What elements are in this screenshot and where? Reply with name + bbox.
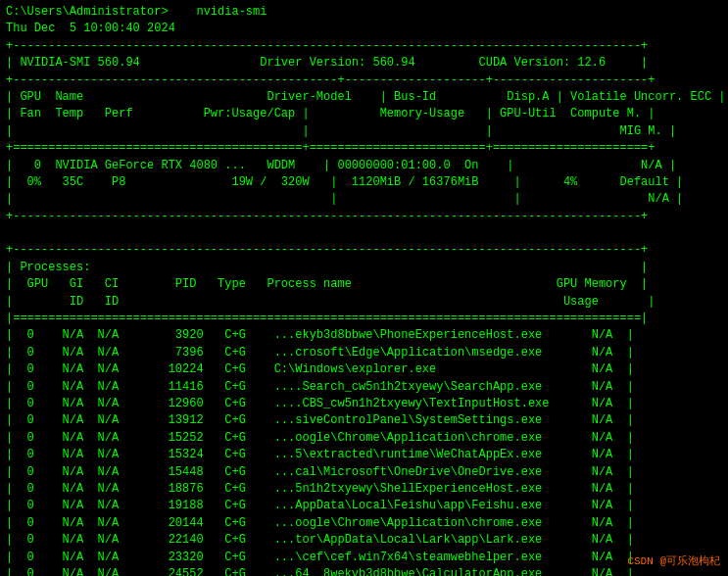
- processes-header: | Processes: |: [6, 260, 722, 276]
- col-header3: | | | MIG M. |: [6, 123, 722, 140]
- process-row: | 0 N/A N/A 24552 C+G ...64__8wekyb3d8bb…: [6, 566, 722, 576]
- prompt-line: C:\Users\Administrator> nvidia-smi: [6, 4, 722, 21]
- sep2: +---------------------------------------…: [6, 72, 722, 89]
- sep1: +---------------------------------------…: [6, 38, 722, 55]
- process-row: | 0 N/A N/A 3920 C+G ...ekyb3d8bbwe\Phon…: [6, 327, 722, 344]
- process-row: | 0 N/A N/A 15448 C+G ...cal\Microsoft\O…: [6, 464, 722, 481]
- watermark: CSDN @可乐泡枸杞: [627, 553, 720, 568]
- process-row: | 0 N/A N/A 10224 C+G C:\Windows\explore…: [6, 361, 722, 378]
- smi-version: | NVIDIA-SMI 560.94 Driver Version: 560.…: [6, 55, 722, 72]
- process-row: | 0 N/A N/A 19188 C+G ...AppData\Local\F…: [6, 498, 722, 514]
- proc-col-h2: | ID ID Usage |: [6, 294, 722, 311]
- col-header1: | GPU Name Driver-Model | Bus-Id Disp.A …: [6, 89, 722, 106]
- process-row: | 0 N/A N/A 11416 C+G ....Search_cw5n1h2…: [6, 379, 722, 396]
- blank1: [6, 225, 722, 242]
- terminal-window: C:\Users\Administrator> nvidia-smi Thu D…: [0, 0, 728, 576]
- datetime-line: Thu Dec 5 10:00:40 2024: [6, 21, 722, 37]
- process-table: | 0 N/A N/A 3920 C+G ...ekyb3d8bbwe\Phon…: [6, 327, 722, 576]
- sep6: |=======================================…: [6, 311, 722, 327]
- process-row: | 0 N/A N/A 13912 C+G ...siveControlPane…: [6, 412, 722, 429]
- gpu-row2: | 0% 35C P8 19W / 320W | 1120MiB / 16376…: [6, 174, 722, 191]
- gpu-row1: | 0 NVIDIA GeForce RTX 4080 ... WDDM | 0…: [6, 158, 722, 174]
- process-row: | 0 N/A N/A 23320 C+G ...\cef\cef.win7x6…: [6, 550, 722, 566]
- proc-col-h1: | GPU GI CI PID Type Process name GPU Me…: [6, 276, 722, 293]
- process-row: | 0 N/A N/A 18876 C+G ...5n1h2txyewy\She…: [6, 481, 722, 498]
- process-row: | 0 N/A N/A 7396 C+G ...crosoft\Edge\App…: [6, 345, 722, 361]
- col-header2: | Fan Temp Perf Pwr:Usage/Cap | Memory-U…: [6, 106, 722, 122]
- process-row: | 0 N/A N/A 15252 C+G ...oogle\Chrome\Ap…: [6, 430, 722, 447]
- sep4: +---------------------------------------…: [6, 209, 722, 225]
- process-row: | 0 N/A N/A 22140 C+G ...tor\AppData\Loc…: [6, 532, 722, 549]
- gpu-row3: | | | N/A |: [6, 191, 722, 208]
- process-row: | 0 N/A N/A 15324 C+G ...5\extracted\run…: [6, 447, 722, 463]
- sep3: +=======================================…: [6, 140, 722, 157]
- sep5: +---------------------------------------…: [6, 242, 722, 259]
- process-row: | 0 N/A N/A 20144 C+G ...oogle\Chrome\Ap…: [6, 515, 722, 532]
- process-row: | 0 N/A N/A 12960 C+G ....CBS_cw5n1h2txy…: [6, 396, 722, 412]
